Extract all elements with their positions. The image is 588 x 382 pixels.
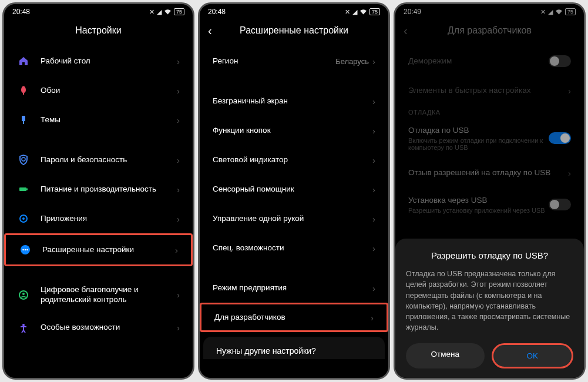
adv-row[interactable]: Функции кнопок › (200, 116, 388, 145)
settings-list: Рабочий стол › Обои › Темы › Пароли и бе… (4, 46, 193, 378)
row-label: Управление одной рукой (213, 214, 372, 224)
statusbar: 20:48 ✕ ◢ 75 (200, 4, 388, 17)
svg-point-8 (22, 249, 24, 251)
row-label: Спец. возможности (213, 243, 372, 253)
chevron-right-icon: › (177, 86, 180, 96)
chevron-right-icon: › (372, 243, 375, 253)
adv-row[interactable]: Управление одной рукой › (200, 204, 388, 233)
adv-row[interactable]: Световой индикатор › (200, 145, 388, 175)
svg-rect-0 (22, 116, 25, 121)
phone-screen-advanced: 20:48 ✕ ◢ 75 ‹ Расширенные настройки Рег… (198, 2, 390, 380)
chevron-right-icon: › (372, 185, 375, 195)
status-icons: ✕ ◢ 75 (149, 8, 184, 16)
chevron-right-icon: › (372, 126, 375, 136)
chevron-right-icon: › (175, 245, 178, 255)
statusbar: 20:48 ✕ ◢ 75 (4, 4, 193, 17)
adv-row[interactable]: Безграничный экран › (200, 86, 388, 116)
row-label: Питание и производительность (41, 185, 177, 195)
svg-point-9 (25, 249, 26, 251)
chevron-right-icon: › (372, 214, 375, 224)
row-label: Пароли и безопасность (41, 155, 177, 165)
settings-row-wellbeing[interactable]: Цифровое благополучие и родительский кон… (4, 277, 193, 313)
chevron-right-icon: › (372, 56, 375, 66)
svg-rect-4 (26, 189, 28, 190)
dialog-buttons: Отмена OK (406, 343, 573, 368)
cancel-button[interactable]: Отмена (406, 343, 485, 368)
dialog-backdrop: Разрешить отладку по USB? Отладка по USB… (395, 4, 584, 378)
chevron-right-icon: › (177, 290, 180, 300)
wifi-icon (359, 9, 367, 15)
chevron-right-icon: › (372, 283, 375, 293)
svg-point-12 (22, 293, 25, 295)
chevron-right-icon: › (177, 214, 180, 224)
row-label: Расширенные настройки (42, 245, 175, 255)
footer-question[interactable]: Нужны другие настройки? (203, 337, 385, 359)
access-icon (17, 321, 30, 334)
settings-row-battery[interactable]: Питание и производительность › (4, 175, 193, 204)
svg-point-6 (22, 217, 25, 220)
svg-rect-1 (23, 121, 24, 124)
gear-icon (17, 212, 30, 225)
dialog-title: Разрешить отладку по USB? (406, 250, 573, 260)
signal-icon: ◢ (352, 8, 357, 16)
row-label: Режим предприятия (213, 283, 372, 293)
page-title: Настройки (75, 25, 121, 36)
header: ‹ Расширенные настройки (200, 17, 388, 46)
phone-screen-settings: 20:48 ✕ ◢ 75 Настройки Рабочий стол › Об… (2, 2, 194, 380)
dnd-icon: ✕ (149, 8, 154, 16)
region-value: Беларусь (335, 57, 369, 66)
svg-rect-3 (19, 187, 26, 191)
battery-icon (17, 183, 30, 196)
tulip-icon (17, 84, 30, 97)
row-label: Функции кнопок (213, 126, 372, 136)
row-label: Обои (41, 86, 177, 96)
adv-row[interactable]: Режим предприятия › (200, 273, 388, 303)
row-region[interactable]: Регион Беларусь › (200, 46, 388, 76)
chevron-right-icon: › (372, 155, 375, 165)
settings-row-brush[interactable]: Темы › (4, 105, 193, 135)
adv-row[interactable]: Спец. возможности › (200, 233, 388, 263)
page-title: Расширенные настройки (240, 25, 348, 36)
settings-row-gear[interactable]: Приложения › (4, 204, 193, 233)
chevron-right-icon: › (371, 313, 374, 323)
row-label: Рабочий стол (41, 56, 177, 66)
chevron-right-icon: › (177, 323, 180, 333)
clock: 20:48 (208, 8, 226, 16)
wellbeing-icon (17, 289, 30, 301)
settings-row-tulip[interactable]: Обои › (4, 76, 193, 105)
shield-icon (17, 153, 30, 166)
chevron-right-icon: › (177, 115, 180, 125)
row-label: Приложения (41, 214, 177, 224)
svg-point-10 (26, 249, 28, 251)
battery-icon: 75 (174, 8, 184, 15)
advanced-list: Регион Беларусь › Безграничный экран ›Фу… (200, 46, 388, 378)
chevron-right-icon: › (177, 155, 180, 165)
row-label: Особые возможности (41, 323, 177, 333)
status-icons: ✕ ◢ 75 (345, 8, 380, 16)
settings-row-access[interactable]: Особые возможности › (4, 313, 193, 343)
row-label: Для разработчиков (214, 313, 371, 323)
settings-row-dots[interactable]: Расширенные настройки › (4, 233, 193, 266)
adv-row[interactable]: Сенсорный помощник › (200, 175, 388, 204)
chevron-right-icon: › (372, 96, 375, 106)
chevron-right-icon: › (177, 185, 180, 195)
settings-row-home[interactable]: Рабочий стол › (4, 46, 193, 76)
phone-screen-developer: 20:49 ✕ ◢ 75 ‹ Для разработчиков Демореж… (394, 2, 586, 380)
svg-point-2 (22, 158, 25, 161)
region-label: Регион (213, 56, 335, 66)
dialog-body: Отладка по USB предназначена только для … (406, 269, 573, 333)
home-icon (17, 55, 30, 68)
adv-row[interactable]: Для разработчиков › (200, 303, 388, 332)
row-label: Световой индикатор (213, 155, 372, 165)
wifi-icon (164, 9, 172, 15)
clock: 20:48 (12, 8, 30, 16)
signal-icon: ◢ (157, 8, 162, 16)
ok-button[interactable]: OK (492, 343, 574, 368)
dots-icon (19, 243, 32, 256)
settings-row-shield[interactable]: Пароли и безопасность › (4, 145, 193, 175)
back-button[interactable]: ‹ (208, 24, 212, 38)
svg-point-13 (22, 324, 25, 326)
row-label: Сенсорный помощник (213, 185, 372, 195)
brush-icon (17, 113, 30, 126)
header: Настройки (4, 17, 193, 46)
